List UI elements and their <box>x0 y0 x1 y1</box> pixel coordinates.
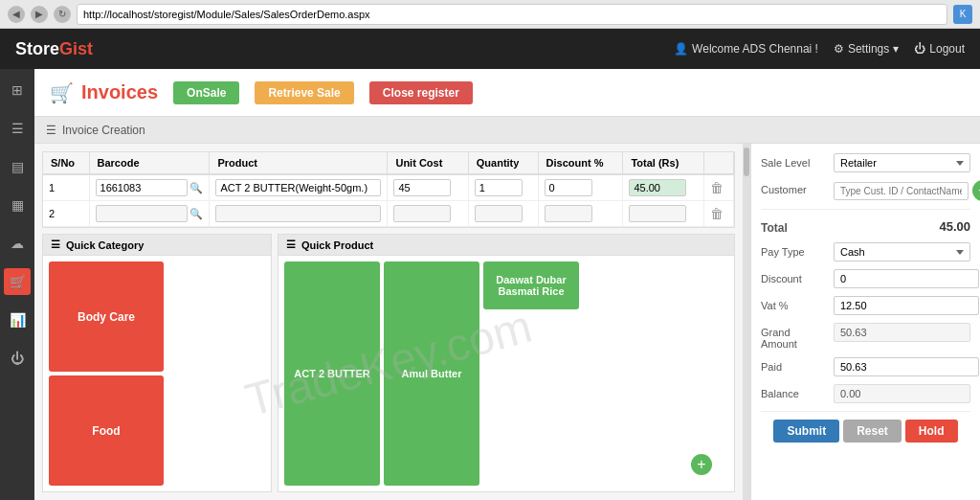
total-value: 45.00 <box>939 219 970 234</box>
add-customer-button[interactable]: + <box>972 180 980 201</box>
quick-panels: TradeKey.com ☰ Quick Category Body Care … <box>42 234 735 492</box>
url-bar[interactable] <box>77 4 947 25</box>
customer-input-wrapper: + <box>834 180 980 201</box>
sidebar-icon-grid[interactable]: ▤ <box>4 153 31 180</box>
brand-gist: Gist <box>59 39 93 59</box>
total-label: Total <box>761 217 828 235</box>
browser-extension-icon: K <box>953 5 972 24</box>
top-nav-right: 👤 Welcome ADS Chennai ! ⚙ Settings ▾ ⏻ L… <box>674 42 965 56</box>
scroll-thumb[interactable] <box>744 148 749 176</box>
retrieve-sale-button[interactable]: Retrieve Sale <box>255 81 353 104</box>
sidebar-icon-power[interactable]: ⏻ <box>4 345 31 372</box>
sidebar-icon-cloud[interactable]: ☁ <box>4 230 31 257</box>
product-daawat-button[interactable]: Daawat Dubar Basmati Rice <box>483 261 579 309</box>
category-bodycare-button[interactable]: Body Care <box>49 261 164 372</box>
settings-chevron-icon: ▾ <box>893 42 899 56</box>
cell-quantity-2 <box>468 201 538 227</box>
cell-unit-cost-2 <box>388 201 468 227</box>
grand-amount-row: Grand Amount 50.63 <box>761 323 970 350</box>
hold-button[interactable]: Hold <box>905 420 958 443</box>
col-unit-cost: Unit Cost <box>388 152 468 174</box>
logout-button[interactable]: ⏻ Logout <box>914 42 965 56</box>
invoice-cart-icon: 🛒 <box>50 81 74 104</box>
discount-input-2[interactable] <box>545 205 592 222</box>
settings-icon: ⚙ <box>834 42 844 56</box>
close-register-button[interactable]: Close register <box>369 81 473 104</box>
total-input[interactable] <box>629 179 686 196</box>
product-input-2[interactable] <box>215 205 381 222</box>
unit-cost-input[interactable] <box>393 179 451 196</box>
cell-product-2 <box>210 201 388 227</box>
category-food-button[interactable]: Food <box>49 375 164 486</box>
page-title: 🛒 Invoices <box>50 81 158 104</box>
quick-product-panel: ☰ Quick Product ACT 2 BUTTER Amul Butter… <box>278 234 735 492</box>
unit-cost-input-2[interactable] <box>393 205 451 222</box>
quick-category-header: ☰ Quick Category <box>43 235 271 256</box>
sidebar-icon-table[interactable]: ▦ <box>4 192 31 218</box>
balance-label: Balance <box>761 384 828 399</box>
sale-level-select[interactable]: Retailer Wholesaler <box>834 153 970 172</box>
onsale-button[interactable]: OnSale <box>173 81 239 104</box>
settings-menu[interactable]: ⚙ Settings ▾ <box>834 42 899 56</box>
delete-row-button[interactable]: 🗑 <box>710 180 724 195</box>
quantity-input-2[interactable] <box>475 205 523 222</box>
pay-type-select[interactable]: Cash Card Online <box>834 242 970 261</box>
vat-field[interactable] <box>834 296 979 315</box>
pay-type-label: Pay Type <box>761 242 828 258</box>
sidebar-icon-home[interactable]: ⊞ <box>4 77 31 103</box>
paid-label: Paid <box>761 357 828 373</box>
sidebar-icon-chart[interactable]: 📊 <box>4 307 31 333</box>
discount-input[interactable] <box>545 179 592 196</box>
divider-1 <box>761 209 970 210</box>
total-input-2[interactable] <box>629 205 686 222</box>
search-icon[interactable]: 🔍 <box>189 182 203 194</box>
delete-row-button-2[interactable]: 🗑 <box>710 206 724 221</box>
sidebar-icon-cart[interactable]: 🛒 <box>4 268 31 295</box>
col-action <box>703 152 733 174</box>
brand-logo: Store Gist <box>15 39 93 59</box>
search-icon-2[interactable]: 🔍 <box>189 208 203 220</box>
back-button[interactable]: ◀ <box>8 6 25 23</box>
col-sno: S/No <box>43 152 89 174</box>
product-act2butter-button[interactable]: ACT 2 BUTTER <box>284 261 380 486</box>
hamburger-icon-prod: ☰ <box>286 239 296 251</box>
refresh-button[interactable]: ↻ <box>54 6 71 23</box>
barcode-input[interactable] <box>96 179 189 196</box>
sale-level-label: Sale Level <box>761 153 828 169</box>
sidebar: ⊞ ☰ ▤ ▦ ☁ 🛒 📊 ⏻ <box>0 69 34 500</box>
submit-button[interactable]: Submit <box>773 420 839 443</box>
brand-store: Store <box>15 39 59 59</box>
cell-delete: 🗑 <box>703 174 733 201</box>
sidebar-icon-menu[interactable]: ☰ <box>4 115 31 142</box>
cell-barcode-2: 🔍 <box>89 201 210 227</box>
cell-total <box>623 174 703 201</box>
pay-type-row: Pay Type Cash Card Online <box>761 242 970 261</box>
col-quantity: Quantity <box>468 152 538 174</box>
top-nav: Store Gist 👤 Welcome ADS Chennai ! ⚙ Set… <box>0 29 980 69</box>
table-row: 2 🔍 <box>43 201 734 227</box>
cell-delete-2: 🗑 <box>703 201 733 227</box>
cell-sno-2: 2 <box>43 201 89 227</box>
vat-row: Vat % <box>761 296 970 315</box>
quantity-input[interactable] <box>475 179 523 196</box>
quick-category-label: Quick Category <box>66 239 144 251</box>
add-row-button[interactable]: + <box>691 454 712 475</box>
quick-product-header: ☰ Quick Product <box>278 235 734 256</box>
paid-field[interactable] <box>834 357 979 376</box>
app-container: Store Gist 👤 Welcome ADS Chennai ! ⚙ Set… <box>0 29 980 500</box>
product-amulbutter-button[interactable]: Amul Butter <box>384 261 479 486</box>
balance-row: Balance 0.00 <box>761 384 970 403</box>
product-input[interactable] <box>215 179 381 196</box>
user-icon: 👤 <box>674 42 688 56</box>
paid-row: Paid <box>761 357 970 376</box>
right-panel: Sale Level Retailer Wholesaler Customer … <box>750 144 980 500</box>
barcode-input-2[interactable] <box>96 205 189 222</box>
col-barcode: Barcode <box>89 152 210 174</box>
left-panel: S/No Barcode Product Unit Cost Quantity … <box>34 144 743 500</box>
discount-field[interactable] <box>834 269 979 288</box>
page-title-text: Invoices <box>81 81 158 103</box>
breadcrumb-text: Invoice Creation <box>62 124 145 137</box>
reset-button[interactable]: Reset <box>843 420 902 443</box>
forward-button[interactable]: ▶ <box>31 6 48 23</box>
customer-input[interactable] <box>834 182 969 200</box>
